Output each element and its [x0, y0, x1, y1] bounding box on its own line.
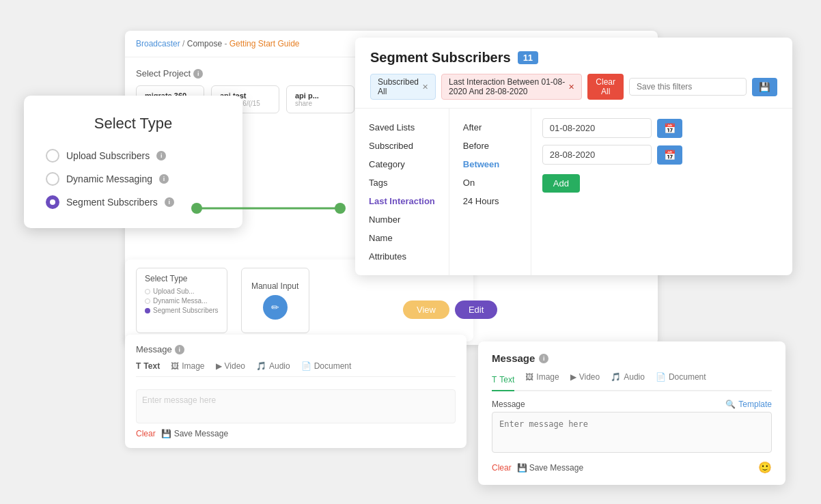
msg-fg-tab-video[interactable]: ▶ Video [570, 372, 600, 384]
date-to-calendar-button[interactable]: 📅 [657, 145, 682, 165]
subscribed-tag-remove[interactable]: ✕ [422, 83, 428, 92]
segment-header: Segment Subscribers 11 [355, 38, 792, 66]
date-from-calendar-button[interactable]: 📅 [657, 119, 682, 138]
seg-item-number[interactable]: Number [366, 210, 438, 229]
msg-bg-save-link[interactable]: 💾 Save Message [161, 429, 228, 438]
msg-bg-tab-audio[interactable]: 🎵 Audio [256, 361, 290, 371]
select-project-info-icon: i [193, 69, 203, 79]
project-card-2[interactable]: api p... share [286, 85, 354, 113]
compose-link[interactable]: Compose [187, 39, 222, 48]
radio-upload-circle [46, 149, 59, 163]
radio-dynamic-circle [46, 172, 59, 186]
msg-bg-tab-video[interactable]: ▶ Video [216, 361, 245, 371]
message-fg-card: Message i T Text 🖼 Image ▶ Video 🎵 Audio… [478, 341, 785, 485]
fg-audio-icon: 🎵 [611, 372, 621, 382]
sep1: / [182, 39, 187, 48]
message-fg-body: Message 🔍 Template [492, 400, 772, 456]
emoji-picker-icon[interactable]: 🙂 [758, 461, 772, 474]
msg-bg-tab-document[interactable]: 📄 Document [301, 361, 352, 371]
workflow-opt-dynamic: Dynamic Messa... [145, 297, 219, 305]
segment-col-1: Saved Lists Subscribed Category Tags Las… [355, 109, 449, 275]
guide-link[interactable]: Getting Start Guide [229, 39, 300, 48]
message-fg-tabs: T Text 🖼 Image ▶ Video 🎵 Audio 📄 Documen… [492, 372, 772, 391]
template-link[interactable]: 🔍 Template [725, 400, 772, 409]
radio-segment-circle [46, 195, 59, 209]
date-from-row: 📅 [542, 118, 781, 138]
video-icon: ▶ [216, 361, 222, 371]
msg-fg-tab-image[interactable]: 🖼 Image [525, 372, 559, 384]
message-fg-header: Message i [492, 352, 772, 364]
save-filter-input[interactable] [629, 78, 747, 96]
message-fg-footer: Clear 💾 Save Message 🙂 [492, 461, 772, 474]
workflow-select-type-title: Select Type [145, 274, 219, 283]
seg-item-last-interaction[interactable]: Last Interaction [366, 192, 438, 210]
edit-button[interactable]: Edit [455, 300, 497, 319]
interaction-tag-label: Last Interaction Between 01-08-2020 And … [449, 77, 565, 96]
workflow-select-type-box: Select Type Upload Sub... Dynamic Messa.… [136, 268, 227, 333]
msg-fg-tab-document[interactable]: 📄 Document [656, 372, 706, 384]
segment-col-2: After Before Between On 24 Hours [449, 109, 531, 275]
fg-save-link[interactable]: 💾 Save Message [517, 463, 583, 473]
add-filter-button[interactable]: Add [542, 174, 580, 193]
msg-fg-tab-audio[interactable]: 🎵 Audio [611, 372, 645, 384]
view-button[interactable]: View [403, 300, 449, 319]
seg-item-before[interactable]: Before [460, 137, 520, 155]
seg-item-24hours[interactable]: 24 Hours [460, 192, 520, 210]
sep2: - [224, 39, 229, 48]
message-fg-textarea[interactable] [492, 412, 772, 453]
workflow-opt-upload: Upload Sub... [145, 288, 219, 295]
radio-upload-label: Upload Subscribers [66, 150, 150, 161]
select-type-options: Upload Subscribers i Dynamic Messaging i… [46, 149, 221, 209]
seg-item-on[interactable]: On [460, 173, 520, 192]
audio-icon: 🎵 [256, 361, 266, 371]
save-filter-icon: 💾 [759, 82, 770, 92]
msg-fg-tab-text[interactable]: T Text [492, 372, 514, 391]
seg-item-attributes[interactable]: Attributes [366, 247, 438, 266]
msg-bg-tab-text[interactable]: T Text [136, 361, 160, 371]
edit-icon: ✏ [263, 295, 288, 320]
radio-upload[interactable]: Upload Subscribers i [46, 149, 221, 163]
clear-all-button[interactable]: Clear All [587, 74, 624, 100]
doc-icon: 📄 [301, 361, 311, 371]
interaction-tag-remove[interactable]: ✕ [568, 83, 574, 92]
svg-point-2 [335, 203, 346, 214]
save-icon-bg: 💾 [161, 429, 171, 438]
message-bg-tabs: T Text 🖼 Image ▶ Video 🎵 Audio 📄 Documen… [136, 361, 456, 377]
msg-bg-clear-link[interactable]: Clear [136, 429, 156, 438]
date-from-input[interactable] [542, 118, 652, 138]
date-to-input[interactable] [542, 145, 652, 165]
radio-dynamic-label: Dynamic Messaging [66, 173, 152, 184]
seg-item-between[interactable]: Between [460, 155, 520, 173]
message-bg-body: Enter message here [136, 389, 456, 423]
fg-doc-icon: 📄 [656, 372, 666, 382]
seg-item-tags[interactable]: Tags [366, 173, 438, 192]
seg-item-subscribed[interactable]: Subscribed [366, 137, 438, 155]
msg-bg-tab-image[interactable]: 🖼 Image [171, 361, 204, 371]
broadcaster-link[interactable]: Broadcaster [136, 39, 180, 48]
image-icon: 🖼 [171, 361, 179, 371]
subscribed-tag-label: Subscribed All [378, 77, 419, 96]
calendar-to-icon: 📅 [664, 150, 676, 160]
seg-item-saved-lists[interactable]: Saved Lists [366, 118, 438, 137]
radio-segment-label: Segment Subscribers [66, 197, 158, 208]
seg-item-category[interactable]: Category [366, 155, 438, 173]
save-filter-button[interactable]: 💾 [752, 78, 777, 96]
seg-item-name[interactable]: Name [366, 229, 438, 247]
segment-info-icon: i [165, 197, 174, 207]
segment-body: Saved Lists Subscribed Category Tags Las… [355, 108, 792, 275]
message-fg-info-icon: i [539, 354, 548, 363]
date-to-row: 📅 [542, 145, 781, 165]
seg-item-after[interactable]: After [460, 118, 520, 137]
edit-pencil-icon: ✏ [271, 302, 279, 313]
fg-video-icon: ▶ [570, 372, 576, 382]
message-bg-footer: Clear 💾 Save Message [136, 429, 456, 438]
dynamic-info-icon: i [159, 174, 169, 184]
message-bg-label: Message i [136, 344, 456, 354]
select-type-title: Select Type [46, 115, 221, 132]
radio-dynamic[interactable]: Dynamic Messaging i [46, 172, 221, 186]
fg-image-icon: 🖼 [525, 372, 533, 382]
manual-input-box[interactable]: Manual Input ✏ [241, 268, 309, 333]
fg-clear-link[interactable]: Clear [492, 463, 512, 473]
filter-tag-subscribed: Subscribed All ✕ [370, 74, 436, 100]
message-field-label: Message [492, 400, 525, 409]
